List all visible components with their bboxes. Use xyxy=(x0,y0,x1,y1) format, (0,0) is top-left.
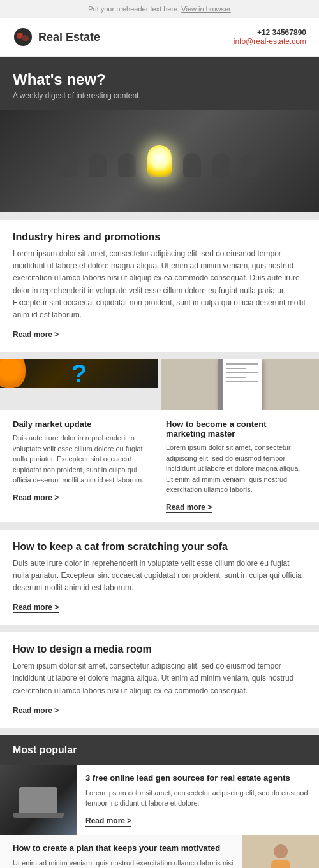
popular-item-1-body: Lorem ipsum dolor sit amet, consectetur … xyxy=(85,788,310,809)
article-1-title: Industry hires and promotions xyxy=(13,231,306,243)
article-4-body: Duis aute irure dolor in reprehenderit i… xyxy=(13,558,306,595)
article-1-read-more[interactable]: Read more xyxy=(13,330,59,340)
two-col-content: Daily market update Duis aute irure dolo… xyxy=(0,410,319,522)
two-col-images: ? xyxy=(0,359,319,410)
article-3-col: How to become a content marketing master… xyxy=(160,410,319,522)
question-mark-icon: ? xyxy=(71,359,87,388)
article-4-title: How to keep a cat from scratching your s… xyxy=(13,541,306,553)
article-4: How to keep a cat from scratching your s… xyxy=(0,530,319,625)
preheader-bar: Put your preheader text here. View in br… xyxy=(0,0,319,18)
article-1-body: Lorem ipsum dolor sit amet, consectetur … xyxy=(13,248,306,321)
popular-item-1-read-more[interactable]: Read more xyxy=(85,816,131,827)
popular-item-2-title: How to create a plan that keeps your tea… xyxy=(13,843,234,854)
notebook-line-4 xyxy=(226,377,246,378)
gap-2 xyxy=(0,352,319,356)
bulb-1 xyxy=(59,153,77,177)
market-image: ? xyxy=(0,359,158,388)
bulb-3 xyxy=(118,153,136,177)
email-header: Real Estate +12 34567890 info@real-estat… xyxy=(0,18,319,57)
gap-4 xyxy=(0,625,319,628)
laptop-shape xyxy=(19,787,57,813)
article-5-title: How to design a media room xyxy=(13,644,306,655)
article-2-body: Duis aute irure dolor in reprehenderit i… xyxy=(13,433,153,486)
article-3-body: Lorem ipsum dolor sit amet, consectetur … xyxy=(166,442,306,495)
hero-title: What's new? xyxy=(13,71,306,89)
hero-image xyxy=(0,110,319,212)
article-5-body: Lorem ipsum dolor sit amet, consectetur … xyxy=(13,660,306,697)
cat-figure xyxy=(0,359,26,388)
bulb-4 xyxy=(183,153,201,177)
popular-item-2: How to create a plan that keeps your tea… xyxy=(0,835,319,868)
notebook-line-2 xyxy=(226,368,246,369)
article-2-title: Daily market update xyxy=(13,419,153,429)
most-popular-title: Most popular xyxy=(13,744,306,756)
svg-point-1 xyxy=(17,33,23,39)
popular-item-1-image xyxy=(0,765,77,835)
logo-icon xyxy=(13,27,33,47)
article-4-read-more[interactable]: Read more xyxy=(13,603,59,613)
popular-item-2-body: Ut enim ad minim veniam, quis nostrud ex… xyxy=(13,858,234,868)
bulb-glowing xyxy=(147,145,172,177)
popular-item-1: 3 free online lead gen sources for real … xyxy=(0,765,319,835)
popular-item-2-text: How to create a plan that keeps your tea… xyxy=(0,835,242,868)
hero-subtitle: A weekly digest of interesting content. xyxy=(13,91,306,100)
gap-3 xyxy=(0,522,319,526)
notebook-visual xyxy=(218,359,262,410)
bulb-6 xyxy=(242,153,260,177)
svg-point-2 xyxy=(22,35,29,41)
header-email[interactable]: info@real-estate.com xyxy=(234,37,306,46)
article-2-read-more[interactable]: Read more xyxy=(13,493,59,503)
person-body xyxy=(271,860,290,868)
notebook-line-5 xyxy=(226,381,258,382)
article-5: How to design a media room Lorem ipsum d… xyxy=(0,632,319,728)
person-shape xyxy=(265,844,297,868)
hero-banner: What's new? A weekly digest of interesti… xyxy=(0,57,319,110)
header-phone: +12 34567890 xyxy=(234,28,306,37)
article-1: Industry hires and promotions Lorem ipsu… xyxy=(0,220,319,352)
popular-item-1-text: 3 free online lead gen sources for real … xyxy=(77,765,319,835)
notebook-line-3 xyxy=(226,372,258,373)
bulb-2 xyxy=(89,153,107,177)
gap-1 xyxy=(0,212,319,216)
view-in-browser-link[interactable]: View in browser xyxy=(181,5,230,13)
bulb-5 xyxy=(212,153,230,177)
article-5-read-more[interactable]: Read more xyxy=(13,706,59,716)
notebook-image xyxy=(161,359,319,410)
popular-item-1-title: 3 free online lead gen sources for real … xyxy=(85,772,310,784)
logo-text: Real Estate xyxy=(38,31,100,44)
gap-5 xyxy=(0,728,319,732)
popular-item-2-image xyxy=(242,835,319,868)
article-2-col: Daily market update Duis aute irure dolo… xyxy=(0,410,160,522)
preheader-text: Put your preheader text here. xyxy=(88,5,179,13)
notebook-line-1 xyxy=(226,363,258,365)
header-contact: +12 34567890 info@real-estate.com xyxy=(234,28,306,46)
logo-area: Real Estate xyxy=(13,27,100,47)
person-head xyxy=(274,844,288,858)
article-3-title: How to become a content marketing master xyxy=(166,419,306,438)
article-3-read-more[interactable]: Read more xyxy=(166,503,212,513)
most-popular-header: Most popular xyxy=(0,735,319,765)
